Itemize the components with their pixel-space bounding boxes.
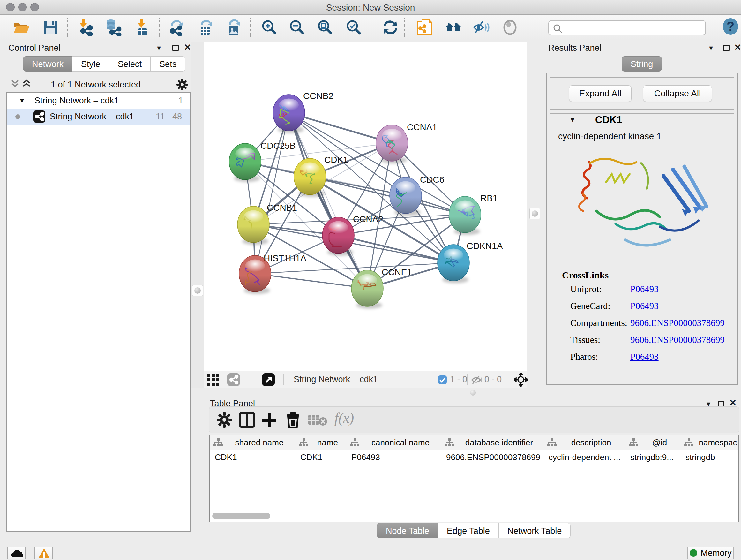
delete-column-icon[interactable]	[285, 412, 300, 430]
tab-node-table[interactable]: Node Table	[377, 523, 438, 538]
table-cell[interactable]: cyclin-dependent ...	[543, 450, 625, 464]
table-options-gear-icon[interactable]	[216, 412, 232, 429]
horizontal-splitter[interactable]	[204, 388, 741, 397]
share-document-button[interactable]	[416, 19, 434, 36]
tab-network[interactable]: Network	[23, 56, 72, 71]
horizontal-splitter-handle[interactable]	[470, 390, 476, 395]
column-header-shared-name[interactable]: shared name	[210, 435, 295, 449]
node-label-RB1: RB1	[480, 193, 497, 203]
network-node-CCNB2[interactable]	[273, 95, 305, 133]
panel-collapse-icon[interactable]: ▾	[157, 44, 161, 52]
left-splitter-handle[interactable]	[192, 285, 203, 296]
network-row[interactable]: String Network – cdk1 11 48	[7, 109, 190, 125]
table-row[interactable]: CDK1CDK1P064939606.ENSP00000378699cyclin…	[210, 450, 738, 464]
column-header-description[interactable]: description	[543, 435, 625, 449]
right-splitter-handle[interactable]	[529, 208, 540, 219]
refresh-view-button[interactable]	[382, 19, 399, 36]
import-table-button[interactable]	[134, 19, 151, 36]
export-table-button[interactable]	[197, 19, 214, 36]
tab-style[interactable]: Style	[72, 56, 109, 71]
section-expander-icon[interactable]: ▼	[569, 116, 576, 124]
node-table[interactable]: shared namenamecanonical namedatabase id…	[209, 435, 739, 522]
table-cell[interactable]: stringdb:9...	[625, 450, 680, 464]
network-edge[interactable]	[255, 273, 367, 288]
zoom-selected-button[interactable]	[345, 19, 362, 36]
expand-all-button[interactable]: Expand All	[569, 85, 631, 102]
warning-status-button[interactable]	[35, 547, 53, 559]
network-node-CDC6[interactable]	[390, 177, 421, 216]
network-collection-row[interactable]: ▼ String Network – cdk1 1	[7, 92, 190, 109]
crosslink-link[interactable]: P06493	[630, 352, 659, 362]
panel-float-icon[interactable]	[718, 401, 724, 407]
string-network-graph[interactable]: CCNB2CCNA1CDC25BCDK1CDC6RB1CCNB1CCNA2CDK…	[204, 42, 527, 371]
network-node-CCNA2[interactable]	[322, 217, 354, 256]
save-session-button[interactable]	[42, 19, 59, 36]
collection-expander-icon[interactable]: ▼	[18, 92, 25, 109]
crosslink-link[interactable]: 9606.ENSP00000378699	[630, 334, 725, 345]
open-session-button[interactable]	[13, 19, 30, 36]
network-node-CCNA1[interactable]	[376, 125, 408, 164]
panel-collapse-icon[interactable]: ▾	[709, 44, 713, 52]
crosslink-link[interactable]: 9606.ENSP00000378699	[630, 318, 725, 328]
network-canvas[interactable]: CCNB2CCNA1CDC25BCDK1CDC6RB1CCNB1CCNA2CDK…	[204, 42, 527, 371]
table-cell[interactable]: CDK1	[295, 450, 346, 464]
import-network-database-button[interactable]	[105, 19, 122, 36]
add-column-icon[interactable]	[261, 412, 278, 429]
center-view-icon[interactable]	[514, 373, 528, 388]
zoom-fit-button[interactable]	[317, 19, 334, 36]
selected-checkbox-icon[interactable]	[438, 375, 447, 385]
column-header-namespac[interactable]: namespac	[680, 435, 739, 449]
network-node-RB1[interactable]	[449, 196, 481, 235]
table-cell[interactable]: P06493	[346, 450, 441, 464]
cloud-status-button[interactable]	[7, 547, 26, 559]
show-columns-icon[interactable]	[239, 412, 255, 429]
protein-section-header[interactable]: ▼ CDK1	[550, 114, 734, 126]
collapse-all-button[interactable]: Collapse All	[643, 85, 712, 102]
tab-select[interactable]: Select	[109, 56, 151, 71]
zoom-in-button[interactable]	[261, 19, 278, 36]
tab-network-table[interactable]: Network Table	[499, 523, 571, 538]
column-header-name[interactable]: name	[295, 435, 346, 449]
crosslink-link[interactable]: P06493	[630, 284, 659, 294]
network-node-CCNB1[interactable]	[238, 206, 269, 245]
search-input[interactable]	[565, 21, 699, 34]
table-cell[interactable]: 9606.ENSP00000378699	[441, 450, 543, 464]
hidden-count-text: 0 - 0	[484, 374, 502, 384]
column-header--id[interactable]: @id	[625, 435, 680, 449]
left-splitter[interactable]	[192, 42, 204, 388]
column-header-canonical-name[interactable]: canonical name	[346, 435, 441, 449]
panel-float-icon[interactable]	[723, 45, 730, 51]
tab-edge-table[interactable]: Edge Table	[438, 523, 499, 538]
network-node-CDKN1A[interactable]	[437, 245, 469, 283]
zoom-out-button[interactable]	[288, 19, 306, 36]
panel-float-icon[interactable]	[172, 45, 179, 51]
hide-panels-button[interactable]	[473, 19, 490, 36]
detach-view-icon[interactable]	[262, 373, 275, 387]
home-button[interactable]	[445, 19, 462, 36]
panel-close-icon[interactable]: ✕	[184, 42, 191, 53]
memory-button[interactable]: Memory	[687, 547, 734, 559]
table-cell[interactable]: stringdb	[680, 450, 739, 464]
network-edge[interactable]	[255, 113, 289, 273]
tab-string[interactable]: String	[622, 56, 662, 71]
export-image-button[interactable]	[225, 19, 242, 36]
grid-view-icon[interactable]	[207, 374, 219, 387]
string-view-icon[interactable]	[227, 373, 240, 387]
network-edge[interactable]	[338, 235, 454, 263]
column-header-database-identifier[interactable]: database identifier	[441, 435, 543, 449]
network-node-CCNE1[interactable]	[351, 270, 383, 309]
table-panel: Table Panel ▾ ✕ f(x) shared namenamecano…	[204, 397, 741, 545]
crosslink-link[interactable]: P06493	[630, 301, 659, 311]
scrollbar-thumb[interactable]	[212, 513, 270, 519]
table-cell[interactable]: CDK1	[210, 450, 295, 464]
table-h-scrollbar[interactable]	[210, 512, 738, 520]
network-node-CDK1[interactable]	[294, 159, 326, 197]
network-options-gear-icon[interactable]	[176, 78, 188, 92]
help-button[interactable]: ?	[722, 18, 739, 35]
right-splitter[interactable]	[527, 42, 542, 388]
tab-sets[interactable]: Sets	[151, 56, 185, 71]
import-network-file-button[interactable]	[77, 19, 94, 36]
network-node-CDC25B[interactable]	[229, 143, 261, 182]
export-network-button[interactable]	[168, 19, 185, 36]
panel-close-icon[interactable]: ✕	[734, 42, 741, 53]
